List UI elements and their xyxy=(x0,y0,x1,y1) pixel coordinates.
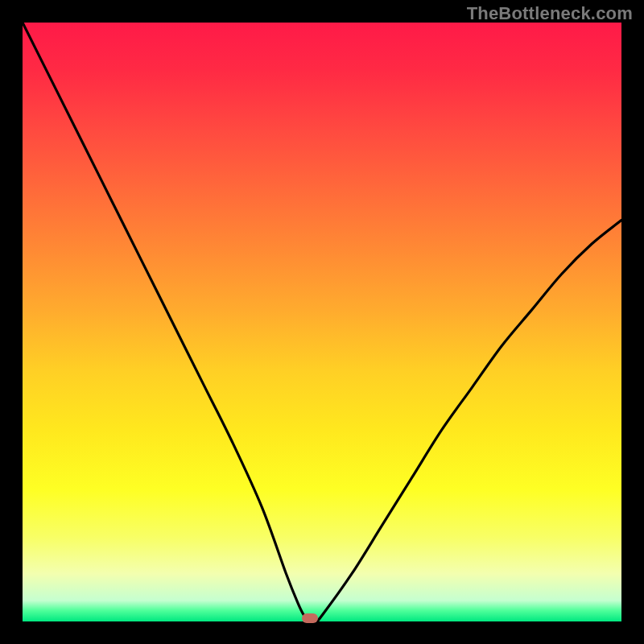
bottleneck-curve xyxy=(23,23,621,621)
minimum-marker xyxy=(302,613,318,623)
curve-svg xyxy=(23,23,621,621)
watermark-text: TheBottleneck.com xyxy=(467,3,633,24)
chart-frame: TheBottleneck.com xyxy=(0,0,644,644)
plot-area xyxy=(23,23,621,621)
